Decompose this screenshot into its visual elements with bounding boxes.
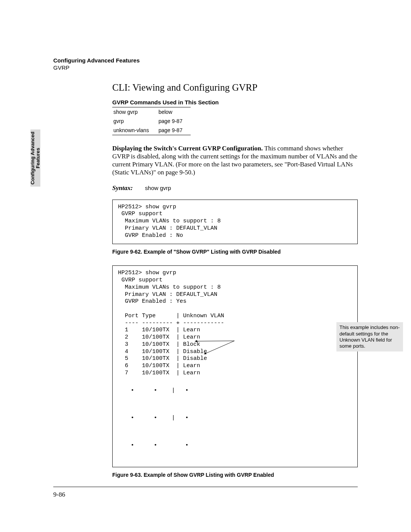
syntax-line: Syntax: show gvrp: [112, 184, 358, 192]
svg-line-0: [195, 341, 234, 341]
table-row: show gvrp below: [112, 107, 191, 117]
table-row: unknown-vlans page 9-87: [112, 126, 191, 135]
paragraph-runin: Displaying the Switch's Current GVRP Con…: [112, 145, 263, 152]
page-header: Configuring Advanced Features GVRP: [53, 57, 358, 72]
callout-box: This example includes non-default settin…: [336, 322, 403, 351]
side-tab-label: Configuring Advanced Features: [30, 132, 41, 185]
cli-output-disabled: HP2512> show gvrp GVRP support Maximum V…: [112, 200, 358, 244]
commands-subhead: GVRP Commands Used in This Section: [112, 99, 358, 105]
main-content: CLI: Viewing and Configuring GVRP GVRP C…: [112, 82, 358, 478]
footer-rule: [53, 487, 358, 487]
cli-output-enabled: HP2512> show gvrp GVRP support Maximum V…: [112, 265, 358, 467]
cli-text: HP2512> show gvrp GVRP support Maximum V…: [118, 204, 352, 240]
cli-ellipsis: ••|• ••|• •• •: [118, 377, 352, 459]
syntax-command: show gvrp: [145, 185, 171, 191]
header-section: GVRP: [53, 64, 358, 72]
body-paragraph: Displaying the Switch's Current GVRP Con…: [112, 144, 358, 177]
commands-table: show gvrp below gvrp page 9-87 unknown-v…: [112, 107, 191, 135]
syntax-label: Syntax:: [112, 184, 133, 192]
callout-arrow-icon: [193, 339, 238, 362]
svg-line-1: [204, 341, 234, 354]
side-tab: Configuring Advanced Features: [30, 129, 40, 187]
figure-caption-63: Figure 9-63. Example of Show GVRP Listin…: [112, 472, 358, 478]
header-chapter: Configuring Advanced Features: [53, 57, 358, 64]
figure-caption-62: Figure 9-62. Example of "Show GVRP" List…: [112, 249, 358, 255]
page-number: 9-86: [53, 491, 65, 498]
table-row: gvrp page 9-87: [112, 117, 191, 126]
section-title: CLI: Viewing and Configuring GVRP: [112, 82, 358, 93]
